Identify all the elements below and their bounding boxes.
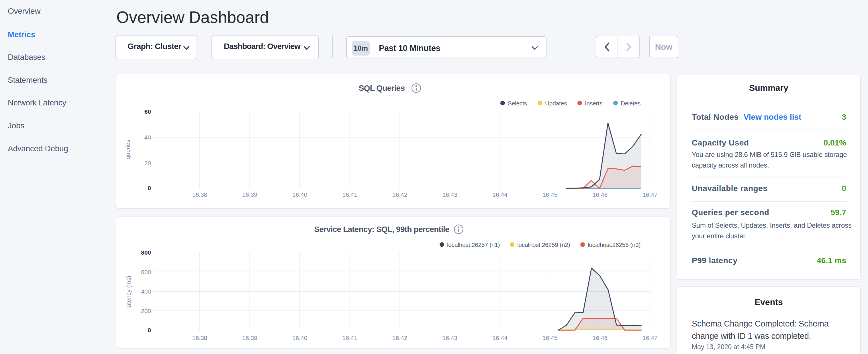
svg-text:16:43: 16:43 — [442, 334, 458, 341]
svg-text:800: 800 — [141, 249, 151, 256]
svg-text:16:47: 16:47 — [643, 191, 658, 198]
svg-text:16:43: 16:43 — [442, 191, 458, 198]
svg-text:16:41: 16:41 — [342, 334, 358, 341]
svg-text:0: 0 — [148, 327, 151, 333]
svg-text:16:46: 16:46 — [593, 191, 608, 198]
svg-text:16:40: 16:40 — [292, 191, 308, 198]
svg-text:16:38: 16:38 — [192, 334, 208, 341]
svg-text:40: 40 — [145, 134, 151, 141]
svg-text:16:47: 16:47 — [643, 334, 658, 341]
svg-text:Selects: Selects — [508, 100, 527, 106]
svg-text:400: 400 — [141, 288, 151, 295]
svg-text:16:42: 16:42 — [392, 191, 407, 198]
svg-text:latency (ms): latency (ms) — [125, 276, 132, 309]
svg-text:600: 600 — [141, 269, 151, 275]
svg-text:localhost:26258 (n3): localhost:26258 (n3) — [588, 242, 641, 248]
svg-text:16:42: 16:42 — [392, 334, 407, 341]
svg-text:queries: queries — [124, 140, 131, 160]
svg-text:16:39: 16:39 — [242, 334, 257, 341]
svg-text:Updates: Updates — [545, 100, 567, 106]
svg-text:16:45: 16:45 — [542, 334, 558, 341]
svg-text:16:39: 16:39 — [242, 191, 257, 198]
svg-text:16:41: 16:41 — [342, 191, 358, 198]
svg-text:16:38: 16:38 — [192, 191, 208, 198]
svg-text:Deletes: Deletes — [621, 100, 641, 106]
svg-text:16:46: 16:46 — [593, 334, 608, 341]
svg-text:Inserts: Inserts — [585, 100, 602, 106]
svg-text:localhost:26257 (n1): localhost:26257 (n1) — [447, 242, 500, 248]
svg-text:16:44: 16:44 — [492, 191, 507, 198]
svg-text:16:40: 16:40 — [292, 334, 308, 341]
svg-text:localhost:26259 (n2): localhost:26259 (n2) — [517, 242, 570, 248]
svg-text:20: 20 — [145, 160, 151, 166]
svg-text:0: 0 — [148, 185, 151, 191]
svg-text:60: 60 — [145, 108, 151, 115]
svg-text:200: 200 — [141, 308, 151, 314]
svg-text:16:45: 16:45 — [542, 191, 558, 198]
svg-text:16:44: 16:44 — [492, 334, 507, 341]
